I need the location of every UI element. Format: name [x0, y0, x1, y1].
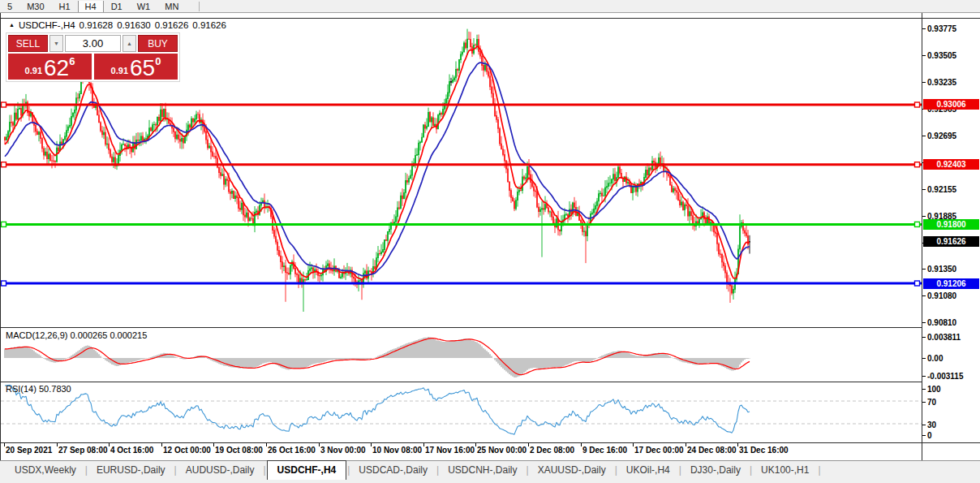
chart-frame-top	[0, 18, 980, 19]
time-tick-mark	[581, 443, 582, 446]
symbol-tab-usdchf-h4[interactable]: USDCHF-,H4	[267, 460, 347, 480]
timeframe-button-w1[interactable]: W1	[130, 1, 158, 12]
price-tick-mark	[922, 216, 926, 217]
macd-value-1: 0.000265	[70, 330, 107, 340]
price-tick-mark	[922, 136, 926, 136]
hline-right-anchor[interactable]	[915, 222, 920, 226]
timeframe-toolbar: 5M30H1H4D1W1MN	[0, 0, 980, 13]
time-tick-label: 17 Nov 16:00	[425, 446, 475, 455]
buy-price-prefix: 0.91	[111, 67, 128, 75]
symbol-tab-audusd-daily[interactable]: AUDUSD-,Daily	[178, 462, 263, 479]
symbol-tab-ukoil-h4[interactable]: UKOil-,H4	[618, 462, 678, 479]
time-tick-mark	[737, 443, 738, 446]
toolbar-separator	[199, 2, 200, 11]
macd-tick-mark	[922, 358, 926, 359]
hline-right-anchor[interactable]	[915, 281, 920, 286]
price-line-badge-0.91626: 0.91626	[923, 236, 979, 247]
time-tick-label: 4 Oct 16:00	[110, 446, 153, 455]
symbol-tab-dj30-daily[interactable]: DJ30-,Daily	[682, 462, 749, 479]
sell-price-prefix: 0.91	[25, 67, 42, 75]
time-tick-mark	[161, 443, 162, 446]
timeframe-button-d1[interactable]: D1	[104, 1, 130, 12]
macd-axis-label: 0.00	[927, 354, 943, 363]
timeframe-button-5[interactable]: 5	[0, 1, 19, 12]
price-line-badge-0.91800: 0.91800	[923, 219, 979, 230]
hline-left-anchor[interactable]	[2, 162, 6, 167]
time-tick-label: 25 Nov 00:00	[477, 446, 527, 455]
price-tick-mark	[922, 322, 926, 323]
price-tick-mark	[922, 295, 926, 296]
time-tick-mark	[528, 443, 529, 446]
rsi-axis-label: 70	[927, 398, 936, 407]
time-tick-label: 31 Dec 16:00	[739, 446, 789, 455]
rsi-label: RSI(14) 50.7830	[6, 384, 71, 394]
symbol-tab-usdx-weekly[interactable]: USDX,Weekly	[6, 462, 84, 479]
volume-decrease-button[interactable]: ▼	[49, 35, 63, 52]
price-tick-label: 0.93505	[927, 51, 956, 60]
volume-input[interactable]	[65, 35, 121, 52]
symbol-tab-eurusd-daily[interactable]: EURUSD-,Daily	[88, 462, 174, 479]
rsi-tick-mark	[922, 389, 926, 390]
symbol-tab-usdcad-daily[interactable]: USDCAD-,Daily	[350, 462, 436, 479]
rsi-tick-mark	[922, 402, 926, 403]
symbol-tab-uk100-h1[interactable]: UK100-,H1	[753, 462, 817, 479]
hline-left-anchor[interactable]	[2, 222, 6, 226]
ohlc-high: 0.91630	[117, 20, 151, 30]
time-tick-label: 3 Nov 00:00	[320, 446, 366, 455]
time-tick-label: 10 Nov 08:00	[372, 446, 422, 455]
price-tick-label: 0.91080	[927, 291, 956, 300]
time-tick-label: 27 Sep 08:00	[58, 446, 108, 455]
price-tick-mark	[922, 55, 926, 56]
price-line-badge-0.91206: 0.91206	[923, 278, 979, 289]
timeframe-button-h4[interactable]: H4	[78, 1, 104, 12]
price-line-badge-0.92403: 0.92403	[923, 159, 979, 170]
timeframe-button-m30[interactable]: M30	[19, 1, 51, 12]
time-tick-label: 24 Dec 08:00	[687, 446, 737, 455]
collapse-arrow-icon[interactable]: ▲	[9, 22, 15, 28]
timeframe-button-h1[interactable]: H1	[52, 1, 78, 12]
hline-left-anchor[interactable]	[2, 281, 6, 286]
one-click-trading-panel: SELL ▼ ▲ BUY 0.91 62 6 0.91 65 0	[6, 32, 180, 82]
price-line-badge-0.93006: 0.93006	[923, 99, 979, 110]
price-tick-label: 0.90810	[927, 318, 956, 327]
price-tick-label: 0.91350	[927, 265, 956, 274]
terminal-window: 5M30H1H4D1W1MN ▲ USDCHF-,H4 0.91628 0.91…	[0, 0, 980, 483]
rsi-axis-label: 100	[927, 385, 941, 394]
time-tick-mark	[266, 443, 267, 446]
time-tick-mark	[686, 443, 686, 446]
time-tick-mark	[371, 443, 372, 446]
price-tick-mark	[922, 28, 926, 29]
volume-increase-button[interactable]: ▲	[122, 35, 136, 52]
buy-button[interactable]: BUY	[138, 35, 178, 52]
hline-right-anchor[interactable]	[915, 102, 920, 107]
ohlc-low: 0.91626	[155, 20, 189, 30]
time-tick-mark	[475, 443, 476, 446]
sell-price-big: 62	[44, 58, 69, 79]
time-tick-mark	[423, 443, 424, 446]
hline-right-anchor[interactable]	[915, 162, 920, 167]
macd-value-2: 0.000215	[110, 330, 147, 340]
symbol-tab-xauusd-daily[interactable]: XAUUSD-,Daily	[530, 462, 614, 479]
macd-tick-mark	[922, 337, 926, 338]
time-tick-label: 9 Dec 16:00	[582, 446, 627, 455]
rsi-pane-canvas[interactable]	[0, 382, 922, 442]
pane-divider-rsi[interactable]	[0, 382, 922, 382]
status-strip	[0, 480, 980, 483]
symbol-tab-bar: USDX,Weekly|EURUSD-,Daily|AUDUSD-,Daily|…	[0, 460, 980, 480]
price-tick-mark	[922, 269, 926, 270]
hline-left-anchor[interactable]	[2, 102, 6, 107]
sell-price-panel[interactable]: 0.91 62 6	[8, 54, 92, 80]
pane-divider-macd[interactable]	[0, 327, 922, 328]
rsi-axis-label: 0	[927, 431, 932, 440]
rsi-tick-mark	[922, 425, 926, 425]
sell-button[interactable]: SELL	[8, 35, 48, 52]
time-tick-mark	[633, 443, 634, 446]
macd-axis-label: -0.003115	[927, 372, 964, 381]
macd-tick-mark	[922, 376, 926, 377]
time-tick-mark	[319, 443, 320, 446]
buy-price-panel[interactable]: 0.91 65 0	[94, 54, 178, 80]
rsi-value: 50.7830	[39, 384, 71, 394]
symbol-tab-usdcnh-daily[interactable]: USDCNH-,Daily	[440, 462, 525, 479]
price-tick-label: 0.93235	[927, 78, 956, 87]
timeframe-button-mn[interactable]: MN	[157, 1, 186, 12]
